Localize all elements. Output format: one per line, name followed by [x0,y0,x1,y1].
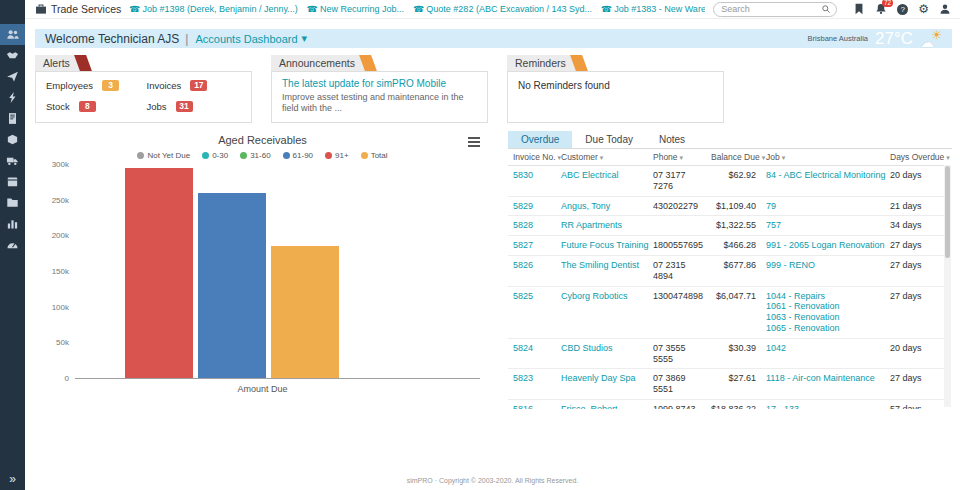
dashboard-select[interactable]: Accounts Dashboard ▾ [195,32,307,45]
search-input[interactable] [719,3,821,15]
job-link[interactable]: 1118 - Air-con Maintenance [766,373,887,384]
column-header-job[interactable]: Job▾ [766,149,890,166]
sidebar-item-folder[interactable] [0,192,25,213]
legend-item[interactable]: Not Yet Due [137,151,190,160]
sort-caret-icon: ▾ [782,154,786,161]
customer-link[interactable]: RR Apartments [561,220,622,230]
table-body: 5830ABC Electrical07 31777276$62.9284 - … [508,166,944,410]
table-row: 5825Cyborg Robotics1300474898$6,047.7110… [508,286,944,338]
user-avatar-icon[interactable] [939,3,951,15]
job-link[interactable]: 79 [766,201,887,212]
legend-item[interactable]: 0-30 [202,151,228,160]
alerts-grid: Employees3Invoices17Stock8Jobs31 [35,71,252,123]
trade-services-menu[interactable]: Trade Services [35,3,121,15]
sort-caret-icon: ▾ [680,154,684,161]
customer-link[interactable]: Angus, Tony [561,201,610,211]
customer-link[interactable]: Frisco, Robert [561,404,618,409]
scrollbar-thumb[interactable] [945,166,950,258]
column-header-balance-due[interactable]: Balance Due▾ [711,149,766,166]
alert-item-employees[interactable]: Employees3 [46,80,141,91]
table-scrollbar [944,165,951,407]
content: Trade Services ☎Job #1398 (Derek, Benjam… [25,0,960,490]
job-link[interactable]: 1042 [766,343,887,354]
column-header-phone[interactable]: Phone▾ [653,149,711,166]
settings-gear-icon[interactable]: ⚙ [918,3,929,15]
job-link[interactable]: 17 - 133 [766,404,887,409]
chart-bar-Total [271,246,339,378]
help-icon[interactable]: ? [897,4,908,15]
invoice-link[interactable]: 5816 [513,404,533,409]
customer-link[interactable]: ABC Electrical [561,170,619,180]
alert-item-jobs[interactable]: Jobs31 [147,101,242,112]
chart-menu-icon[interactable] [468,135,480,149]
topbar-job-link[interactable]: New Recurring Job... [320,4,404,14]
invoice-link[interactable]: 5829 [513,201,533,211]
send-icon [6,70,19,83]
sidebar-expand-button[interactable]: » [0,472,25,486]
tab-overdue[interactable]: Overdue [508,131,572,148]
job-link[interactable]: 1044 - Repairs [766,291,887,302]
sidebar-item-chart-bars[interactable] [0,213,25,234]
search-icon[interactable] [821,4,831,14]
bookmark-icon[interactable] [853,3,865,15]
alert-item-invoices[interactable]: Invoices17 [147,80,242,91]
job-link[interactable]: 84 - ABC Electrical Monitoring [766,170,887,181]
legend-item[interactable]: 91+ [325,151,349,160]
legend-item[interactable]: 61-90 [283,151,313,160]
dashboard-cards: Alerts Employees3Invoices17Stock8Jobs31 … [35,53,952,125]
invoice-link[interactable]: 5827 [513,240,533,250]
tab-notes[interactable]: Notes [646,131,698,148]
customer-link[interactable]: The Smiling Dentist [561,260,639,270]
table-row: 5828RR Apartments$1,322.5575734 days [508,216,944,236]
job-link[interactable]: 999 - RENO [766,260,887,271]
notifications-bell-icon[interactable]: 72 [875,3,887,15]
invoice-link[interactable]: 5826 [513,260,533,270]
legend-label: 31-60 [250,151,270,160]
job-link[interactable]: 1061 - Renovation [766,301,887,312]
customer-link[interactable]: Heavenly Day Spa [561,373,636,383]
topbar-job-link[interactable]: Quote #282 (ABC Excavation / 143 Syd... [426,4,592,14]
days-overdue-cell: 57 days [890,399,944,409]
announcement-link[interactable]: The latest update for simPRO Mobile [282,78,477,89]
customer-link[interactable]: Future Focus Training [561,240,649,250]
reminders-card-tab: Reminders [507,55,578,71]
sidebar-item-invoice[interactable] [0,108,25,129]
job-link[interactable]: 757 [766,220,887,231]
legend-item[interactable]: 31-60 [240,151,270,160]
legend-item[interactable]: Total [361,151,388,160]
job-link[interactable]: 991 - 2065 Logan Renovation [766,240,887,251]
tab-due-today[interactable]: Due Today [572,131,646,148]
invoice-link[interactable]: 5830 [513,170,533,180]
sidebar-item-gauge[interactable] [0,234,25,255]
topbar-job-link[interactable]: Job #1398 (Derek, Benjamin / Jenny...) [142,4,297,14]
column-header-days-overdue[interactable]: Days Overdue▾ [890,149,944,166]
days-overdue-cell: 20 days [890,338,944,369]
job-link[interactable]: 1063 - Renovation [766,312,887,323]
column-header-invoice-no-[interactable]: Invoice No.▾ [508,149,561,166]
phone-cell: 1300474898 [653,286,711,338]
customer-link[interactable]: Cyborg Robotics [561,291,628,301]
announcements-card: Announcements The latest update for simP… [271,53,488,125]
alert-item-stock[interactable]: Stock8 [46,101,141,112]
topbar-job-link[interactable]: Job #1383 - New Warehouse fitout (M... [614,4,705,14]
balance-cell: $1,322.55 [711,216,766,236]
job-link[interactable]: 1065 - Renovation [766,323,887,334]
sidebar-item-send[interactable] [0,66,25,87]
customer-link[interactable]: CBD Studios [561,343,613,353]
sidebar-item-users[interactable] [0,24,25,45]
announcements-title: Announcements [279,57,355,69]
invoice-link[interactable]: 5825 [513,291,533,301]
sidebar-item-handshake[interactable] [0,45,25,66]
sidebar-item-box[interactable] [0,129,25,150]
invoice-link[interactable]: 5823 [513,373,533,383]
sidebar-item-truck[interactable] [0,150,25,171]
column-header-customer[interactable]: Customer▾ [561,149,653,166]
invoice-link[interactable]: 5824 [513,343,533,353]
sidebar-item-calendar[interactable] [0,171,25,192]
sort-caret-icon: ▾ [946,154,950,161]
sidebar-item-bolt[interactable] [0,87,25,108]
alert-label: Jobs [147,101,167,112]
panel-tabs: OverdueDue TodayNotes [508,131,952,149]
invoice-link[interactable]: 5828 [513,220,533,230]
chart-bars-icon [6,217,19,230]
